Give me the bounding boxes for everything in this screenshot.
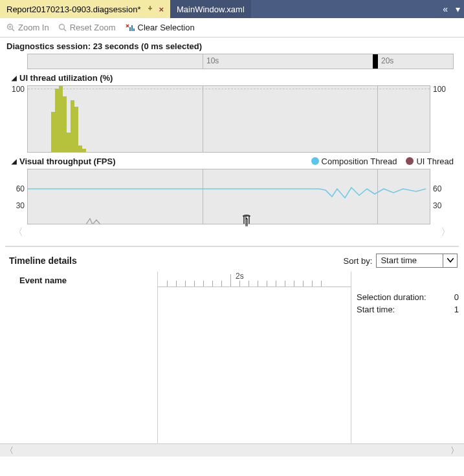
zoom-in-button[interactable]: Zoom In — [6, 23, 49, 32]
y-label: 60 — [433, 184, 441, 193]
clear-selection-label: Clear Selection — [138, 23, 195, 32]
reset-zoom-label: Reset Zoom — [70, 23, 116, 32]
selection-info: Selection duration: 0 Start time: 1 — [351, 272, 464, 443]
selection-duration-value: 0 — [454, 292, 459, 302]
clear-selection-icon — [125, 23, 135, 32]
zoom-in-label: Zoom In — [18, 23, 49, 32]
y-label: 30 — [16, 201, 25, 210]
scroll-left-icon[interactable]: 〈 — [13, 226, 23, 239]
tab-title: Report20170213-0903.diagsession* — [6, 5, 140, 14]
sort-by-value: Start time — [377, 254, 443, 267]
clear-selection-button[interactable]: Clear Selection — [125, 23, 195, 32]
playhead[interactable] — [373, 54, 378, 69]
overflow-icon[interactable]: « — [439, 0, 452, 18]
mini-ruler: 2s — [158, 272, 351, 287]
chart-header-ui-thread[interactable]: ◢ UI thread utilization (%) — [5, 69, 459, 85]
scroll-right-icon[interactable]: 〉 — [450, 445, 459, 457]
chart-throughput[interactable] — [27, 169, 430, 224]
tab-strip: Report20170213-0903.diagsession* × MainW… — [0, 0, 464, 18]
scroll-right-icon[interactable]: 〉 — [441, 226, 451, 239]
y-label: 60 — [16, 184, 25, 193]
svg-point-1 — [59, 24, 64, 29]
swatch-icon — [311, 157, 319, 165]
tab-title: MainWindow.xaml — [177, 5, 245, 14]
svg-rect-4 — [133, 28, 135, 31]
mini-ruler-tick: 2s — [236, 272, 244, 281]
chart-scroll: 〈 〉 — [5, 224, 459, 247]
y-label: 100 — [12, 85, 25, 94]
ruler-tick: 20s — [381, 56, 393, 65]
close-icon[interactable]: × — [159, 5, 164, 14]
tab-diagsession[interactable]: Report20170213-0903.diagsession* × — [0, 0, 170, 18]
toolbar: Zoom In Reset Zoom Clear Selection — [0, 18, 464, 38]
y-label: 100 — [433, 85, 446, 94]
chart-ui-thread[interactable] — [27, 85, 430, 153]
timeline-ruler[interactable]: 10s 20s — [27, 54, 454, 69]
chart-title: UI thread utilization (%) — [19, 73, 113, 83]
pin-icon[interactable] — [147, 6, 153, 12]
tab-mainwindow[interactable]: MainWindow.xaml — [170, 0, 251, 18]
start-time-value: 1 — [454, 305, 459, 314]
dropdown-icon[interactable]: ▾ — [452, 0, 464, 18]
sort-by-select[interactable]: Start time — [376, 254, 458, 268]
chart-title: Visual throughput (FPS) — [19, 157, 116, 166]
legend: Composition Thread UI Thread — [311, 157, 454, 166]
swatch-icon — [406, 157, 414, 165]
event-timeline-column[interactable]: 2s — [158, 272, 351, 443]
caret-down-icon: ◢ — [12, 158, 17, 165]
scroll-left-icon[interactable]: 〈 — [5, 445, 14, 457]
chart-header-throughput[interactable]: ◢ Visual throughput (FPS) Composition Th… — [5, 153, 459, 169]
svg-rect-3 — [131, 25, 133, 31]
start-time-label: Start time: — [357, 305, 395, 314]
zoom-in-icon — [6, 23, 16, 32]
session-label: Diagnostics session: 23 seconds (0 ms se… — [0, 38, 464, 51]
reset-zoom-button[interactable]: Reset Zoom — [58, 23, 116, 32]
reset-zoom-icon — [58, 23, 67, 32]
timeline-details-title: Timeline details — [9, 255, 77, 266]
horizontal-scrollbar[interactable]: 〈 〉 — [0, 444, 464, 457]
selection-duration-label: Selection duration: — [357, 292, 426, 302]
y-label: 30 — [433, 201, 441, 210]
ruler-tick: 10s — [206, 56, 219, 65]
sort-by-label: Sort by: — [344, 256, 373, 266]
chevron-down-icon[interactable] — [443, 254, 457, 267]
event-name-column: Event name — [0, 272, 158, 443]
svg-rect-2 — [129, 27, 131, 31]
event-name-header: Event name — [0, 272, 157, 288]
caret-down-icon: ◢ — [12, 74, 17, 81]
